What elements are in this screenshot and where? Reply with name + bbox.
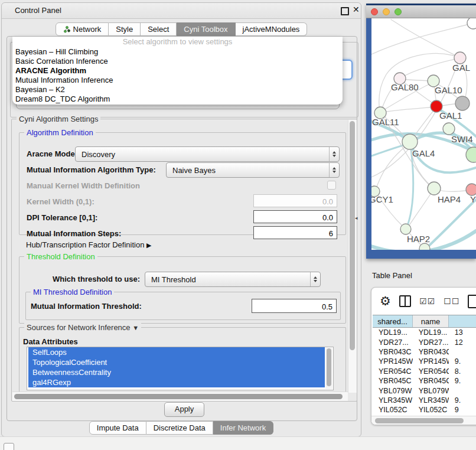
network-node-label: HAP2 <box>407 234 430 244</box>
algorithm-option[interactable]: ARACNE Algorithm <box>12 66 343 76</box>
network-node-hap2[interactable] <box>400 224 411 234</box>
attribute-list-item[interactable]: TopologicalCoefficient <box>28 357 325 367</box>
network-window-titlebar[interactable] <box>366 5 476 18</box>
network-edge[interactable] <box>371 24 471 54</box>
algorithm-definition-group: Algorithm Definition Aracne Mode: Discov… <box>19 132 346 235</box>
algorithm-dropdown-prompt: Select algorithm to view settings <box>12 37 343 47</box>
network-node[interactable] <box>455 96 470 110</box>
table-row[interactable]: YBL079WYBL079W <box>373 386 476 395</box>
mi-threshold-label: Mutual Information Threshold: <box>31 302 142 311</box>
mi-type-label: Mutual Information Algorithm Type: <box>27 165 156 174</box>
table-cell: YIL052C <box>373 406 413 414</box>
zoom-traffic-light-icon[interactable] <box>395 8 402 15</box>
sources-group: Sources for Network Inference ▼ Data Att… <box>19 327 346 394</box>
close-icon[interactable]: ✕ <box>353 5 360 14</box>
threshold-definition-title: Threshold Definition <box>24 252 97 261</box>
network-node[interactable] <box>419 243 430 250</box>
tab-cyni-toolbox[interactable]: Cyni Toolbox <box>177 22 235 36</box>
algorithm-option[interactable]: Basic Correlation Inference <box>12 57 343 66</box>
tab-select[interactable]: Select <box>141 22 177 36</box>
table-row[interactable]: YBR045CYBR045C9. <box>373 376 476 386</box>
manual-kernel-checkbox[interactable] <box>327 181 336 190</box>
float-icon[interactable] <box>341 7 349 15</box>
scrollbar-thumb[interactable] <box>14 394 343 399</box>
column-header[interactable] <box>449 315 476 327</box>
scrollbar-thumb[interactable] <box>375 418 464 423</box>
algorithm-option[interactable]: Bayesian – K2 <box>12 85 343 94</box>
network-node[interactable] <box>467 18 476 29</box>
algorithm-option[interactable]: Dream8 DC_TDC Algorithm <box>12 94 343 104</box>
network-node-gal[interactable] <box>454 52 466 64</box>
column-header[interactable]: shared... <box>373 315 413 327</box>
minimize-traffic-light-icon[interactable] <box>383 8 390 15</box>
mi-steps-field[interactable] <box>253 226 337 239</box>
dpi-tolerance-field[interactable] <box>253 210 337 223</box>
kernel-width-field[interactable] <box>253 194 337 207</box>
mi-type-combobox[interactable]: Naive Bayes <box>166 162 340 178</box>
scrollbar-thumb[interactable] <box>350 121 355 350</box>
attribute-list-item[interactable]: SelfLoops <box>28 347 325 357</box>
algorithm-option[interactable]: Mutual Information Inference <box>12 76 343 85</box>
network-node-swi4[interactable] <box>443 123 455 135</box>
settings-vertical-scrollbar[interactable] <box>348 120 357 393</box>
network-edge[interactable] <box>391 19 458 57</box>
settings-gear-icon[interactable]: ⚙ <box>380 295 391 307</box>
checked-columns-icon[interactable]: ☑☑ <box>419 296 435 306</box>
attribute-list-scrollbar[interactable] <box>325 348 332 389</box>
bottom-tab-impute-data[interactable]: Impute Data <box>89 421 146 435</box>
network-node-hap4[interactable] <box>428 182 441 195</box>
apply-button[interactable]: Apply <box>164 402 204 417</box>
table-row[interactable]: YDR27...YDR27...12 <box>373 337 476 347</box>
control-panel-tabs: NetworkStyleSelectCyni ToolboxjActiveMNo… <box>2 22 361 36</box>
table-header-row: shared...name <box>373 315 476 328</box>
table-cell: 13 <box>449 328 476 337</box>
table-cell: YLR345W <box>413 396 449 405</box>
collapse-down-icon: ▼ <box>132 324 139 331</box>
network-node-gal4[interactable] <box>402 134 418 149</box>
network-edge[interactable] <box>382 107 435 112</box>
hub-definition-expander[interactable]: Hub/Transcription Factor Definition ▶ <box>26 240 151 249</box>
unchecked-columns-icon[interactable]: ☐☐ <box>444 296 459 306</box>
table-row[interactable]: YIL052CYIL052C9 <box>373 405 476 414</box>
table-row[interactable]: YER054CYER054C8. <box>373 367 476 376</box>
data-attributes-list: SelfLoopsTopologicalCoefficientBetweenne… <box>27 347 334 390</box>
network-node-label: GAL4 <box>412 148 435 158</box>
which-threshold-value: MI Threshold <box>145 275 310 284</box>
new-table-icon[interactable] <box>468 295 476 308</box>
close-traffic-light-icon[interactable] <box>371 8 378 15</box>
attribute-list-item[interactable]: gal4RGexp <box>28 377 325 387</box>
network-node-label: GAL10 <box>435 85 462 95</box>
aracne-mode-label: Aracne Mode: <box>27 149 77 158</box>
table-cell: 9. <box>449 357 476 366</box>
network-edge[interactable] <box>426 200 476 249</box>
panel-corner-icon[interactable] <box>4 443 14 450</box>
table-cell: YBR045C <box>413 377 449 385</box>
mi-threshold-field[interactable] <box>252 299 337 313</box>
splitter-collapse-icon[interactable]: ◂ <box>355 215 358 221</box>
which-threshold-combobox[interactable]: MI Threshold <box>145 272 321 287</box>
tab-jactivemnodules[interactable]: jActiveMNodules <box>236 22 308 36</box>
algorithm-option[interactable]: Bayesian – Hill Climbing <box>12 47 343 57</box>
table-row[interactable]: YLR345WYLR345W9. <box>373 396 476 405</box>
tab-style[interactable]: Style <box>109 22 141 36</box>
split-view-icon[interactable] <box>399 295 411 307</box>
node-table-card: ⚙ ☑☑ ☐☐ shared...name YDL19...YDL19...13… <box>371 287 476 425</box>
table-row[interactable]: YBR043CYBR043C <box>373 347 476 357</box>
table-row[interactable]: YPR145WYPR145W9. <box>373 357 476 366</box>
bottom-tab-discretize-data[interactable]: Discretize Data <box>146 421 213 435</box>
scrollbar-thumb[interactable] <box>327 348 331 386</box>
network-node-y[interactable] <box>466 184 476 195</box>
control-panel-titlebar[interactable]: Control Panel ✕ <box>2 3 361 19</box>
sources-group-title[interactable]: Sources for Network Inference ▼ <box>24 323 141 332</box>
column-header[interactable]: name <box>413 315 449 327</box>
table-row[interactable]: YDL19...YDL19...13 <box>373 328 476 337</box>
settings-horizontal-scrollbar[interactable] <box>12 392 348 401</box>
settings-group-title: Cyni Algorithm Settings <box>17 115 100 123</box>
table-horizontal-scrollbar[interactable] <box>371 416 476 425</box>
aracne-mode-combobox[interactable]: Discovery <box>75 146 340 162</box>
network-canvas[interactable]: GALGAL80GAL10GAL1GAL11SWI4GAL4GCY1HAP4YH… <box>371 18 476 250</box>
tab-network[interactable]: Network <box>56 22 109 36</box>
attribute-list-item[interactable]: BetweennessCentrality <box>28 367 325 377</box>
network-edge[interactable] <box>400 58 459 78</box>
bottom-tab-infer-network[interactable]: Infer Network <box>213 421 273 435</box>
